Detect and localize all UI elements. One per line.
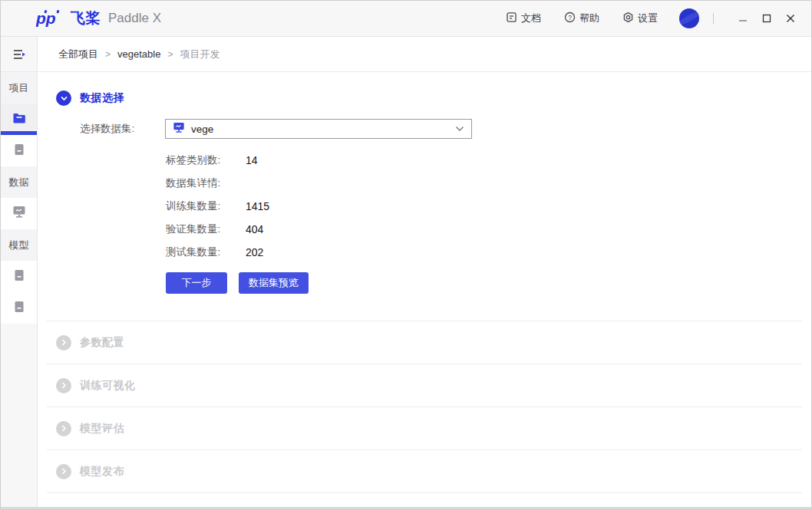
dataset-preview-button[interactable]: 数据集预览 xyxy=(239,272,309,294)
docs-button[interactable]: 文档 xyxy=(506,12,541,25)
brand-name-cn: 飞桨 xyxy=(71,8,101,28)
stat-value: 14 xyxy=(246,154,258,166)
section-title: 数据选择 xyxy=(80,91,124,105)
sidebar: 项目 数据 xyxy=(1,37,38,510)
chevron-right-circle-icon xyxy=(56,378,71,393)
next-step-button[interactable]: 下一步 xyxy=(166,272,227,294)
breadcrumb: 全部项目 > vegetable > 项目开发 xyxy=(38,37,811,72)
section-data-select-header[interactable]: 数据选择 xyxy=(38,72,811,106)
avatar[interactable] xyxy=(679,8,699,28)
section-title: 模型发布 xyxy=(80,465,124,479)
close-button[interactable] xyxy=(784,12,797,25)
section-title: 模型评估 xyxy=(80,422,124,436)
dataset-stats: 标签类别数: 14 数据集详情: 训练集数量: 1415 验证集数量: xyxy=(166,149,811,264)
workflow-content: 数据选择 选择数据集: xyxy=(38,72,811,493)
brand-name-en: Paddle X xyxy=(108,11,161,26)
stat-label: 验证集数量: xyxy=(166,222,246,236)
section-model-publish-header[interactable]: 模型发布 xyxy=(47,449,802,492)
svg-text:pp: pp xyxy=(36,9,56,27)
chevron-down-circle-icon[interactable] xyxy=(56,90,71,106)
chevron-right-circle-icon xyxy=(56,464,71,479)
breadcrumb-separator: > xyxy=(167,49,173,60)
sidebar-toggle-button[interactable] xyxy=(1,37,37,72)
main-panel: 全部项目 > vegetable > 项目开发 数据选择 选择数据集: xyxy=(38,37,811,510)
stat-row: 标签类别数: 14 xyxy=(166,149,811,172)
chevron-right-circle-icon xyxy=(56,421,71,436)
section-param-config-header[interactable]: 参数配置 xyxy=(47,321,802,364)
stat-value: 202 xyxy=(246,246,263,258)
dataset-select-label: 选择数据集: xyxy=(80,122,165,136)
titlebar-divider xyxy=(713,13,714,24)
action-buttons: 下一步 数据集预览 xyxy=(166,272,811,321)
stat-row: 数据集详情: xyxy=(166,172,811,195)
section-train-visual-header[interactable]: 训练可视化 xyxy=(47,364,802,406)
sidebar-item-project-doc[interactable] xyxy=(1,135,37,166)
settings-label: 设置 xyxy=(638,12,658,25)
settings-button[interactable]: 设置 xyxy=(622,12,658,25)
minimize-button[interactable] xyxy=(736,12,750,25)
dataset-select-row: 选择数据集: vege xyxy=(80,119,811,139)
chevron-down-icon xyxy=(455,126,464,132)
brand: pp 飞桨 Paddle X xyxy=(36,8,161,28)
folder-icon xyxy=(12,112,26,127)
stat-row: 验证集数量: 404 xyxy=(166,218,811,241)
title-bar: pp 飞桨 Paddle X 文档 xyxy=(1,1,811,37)
window-bottom-edge xyxy=(1,507,811,509)
monitor-chart-icon xyxy=(12,206,26,222)
sidebar-item-dataset[interactable] xyxy=(1,198,37,229)
stat-value: 1415 xyxy=(246,200,269,212)
docs-label: 文档 xyxy=(521,12,541,25)
top-nav: 文档 ? 帮助 设置 xyxy=(483,8,797,28)
dataset-select-value: vege xyxy=(191,123,213,135)
sidebar-item-model-doc-1[interactable] xyxy=(1,261,37,292)
sidebar-item-project-develop[interactable] xyxy=(1,104,37,135)
help-button[interactable]: ? 帮助 xyxy=(564,12,599,25)
section-divider xyxy=(47,492,802,493)
sidebar-group-project: 项目 xyxy=(1,72,37,104)
sidebar-item-model-doc-2[interactable] xyxy=(1,292,37,324)
breadcrumb-all-projects[interactable]: 全部项目 xyxy=(58,48,98,61)
breadcrumb-project-name[interactable]: vegetable xyxy=(117,48,160,60)
section-data-select: 数据选择 选择数据集: xyxy=(38,72,811,321)
stat-row: 训练集数量: 1415 xyxy=(166,195,811,218)
dataset-select[interactable]: vege xyxy=(165,119,472,139)
document-icon xyxy=(14,269,25,285)
stat-row: 测试集数量: 202 xyxy=(166,241,811,264)
section-title: 训练可视化 xyxy=(80,379,136,393)
svg-text:?: ? xyxy=(568,14,572,21)
sidebar-group-data: 数据 xyxy=(1,166,37,198)
document-icon xyxy=(14,301,25,316)
section-model-eval-header[interactable]: 模型评估 xyxy=(47,406,802,449)
gear-icon xyxy=(622,12,634,25)
dataset-monitor-icon xyxy=(173,122,185,136)
breadcrumb-current-page: 项目开发 xyxy=(180,48,220,61)
question-circle-icon: ? xyxy=(564,12,576,25)
document-icon xyxy=(14,143,25,159)
document-icon xyxy=(506,12,517,25)
stat-value: 404 xyxy=(246,223,263,235)
app-window: pp 飞桨 Paddle X 文档 xyxy=(0,0,812,510)
stat-label: 标签类别数: xyxy=(166,153,246,167)
help-label: 帮助 xyxy=(579,12,599,25)
breadcrumb-separator: > xyxy=(105,49,111,60)
stat-label: 数据集详情: xyxy=(166,176,246,190)
stat-label: 训练集数量: xyxy=(166,199,246,213)
paddle-pp-logo-icon: pp xyxy=(36,9,65,28)
section-title: 参数配置 xyxy=(80,336,124,350)
maximize-button[interactable] xyxy=(760,12,774,25)
stat-label: 测试集数量: xyxy=(166,245,246,259)
sidebar-group-model: 模型 xyxy=(1,229,37,261)
chevron-right-circle-icon xyxy=(56,335,71,350)
